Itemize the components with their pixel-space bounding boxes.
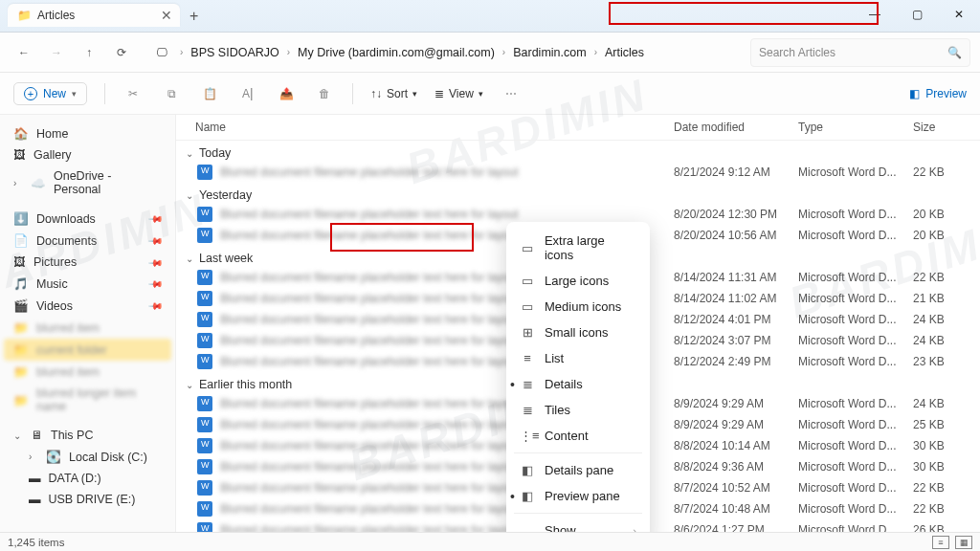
chevron-right-icon: › (29, 452, 38, 462)
thumbnails-view-button[interactable]: ▦ (955, 536, 972, 549)
item-count: 1,245 items (8, 537, 64, 548)
breadcrumb[interactable]: 🖵 › BPS SIDOARJO › My Drive (bardimin.co… (140, 35, 746, 70)
menu-item-list[interactable]: ≡List (506, 345, 650, 371)
view-button[interactable]: ≣ View ▾ (434, 87, 483, 100)
sidebar-item-label: Local Disk (C:) (69, 451, 147, 464)
details-view-button[interactable]: ≡ (932, 536, 949, 549)
close-button[interactable]: ✕ (938, 0, 980, 29)
cut-icon[interactable]: ✂ (122, 87, 144, 100)
group-header[interactable]: ⌄Today (176, 141, 980, 162)
sort-label: Sort (387, 87, 408, 100)
menu-item-preview-pane[interactable]: •◧Preview pane (506, 483, 650, 509)
pin-icon: 📌 (148, 254, 164, 270)
file-row[interactable]: Blurred document filename placeholder te… (176, 162, 980, 183)
sidebar-item-thispc[interactable]: ⌄🖥This PC (4, 425, 171, 446)
word-file-icon (197, 480, 212, 496)
sidebar-item-drive[interactable]: ▬USB DRIVE (E:) (4, 489, 171, 510)
view-label: View (449, 87, 474, 100)
file-size: 24 KB (913, 313, 970, 326)
maximize-button[interactable]: ▢ (896, 0, 938, 29)
menu-item-label: Extra large icons (545, 233, 636, 262)
menu-item-medium-icons[interactable]: ▭Medium icons (506, 294, 650, 320)
status-bar: 1,245 items ≡ ▦ (0, 532, 980, 551)
word-file-icon (197, 291, 212, 306)
group-header[interactable]: ⌄Yesterday (176, 183, 980, 204)
file-size: 20 KB (913, 229, 970, 242)
up-button[interactable]: ↑ (75, 39, 103, 66)
sidebar-item-downloads[interactable]: ⬇️Downloads📌 (4, 208, 171, 230)
sidebar-item-home[interactable]: 🏠Home (4, 122, 171, 144)
layout-icon: ≣ (520, 377, 535, 391)
menu-item-small-icons[interactable]: ⊞Small icons (506, 320, 650, 345)
preview-toggle[interactable]: ◧ Preview (909, 87, 967, 100)
column-size[interactable]: Size (913, 121, 970, 134)
sidebar-item[interactable]: 📁blurred longer item name (4, 383, 171, 417)
sort-button[interactable]: ↑↓ Sort ▾ (370, 87, 417, 100)
sidebar-item[interactable]: 📁blurred item (4, 361, 171, 383)
new-tab-button[interactable]: + (189, 8, 198, 25)
crumb[interactable]: Articles (601, 43, 648, 62)
menu-item-details-pane[interactable]: ◧Details pane (506, 457, 650, 483)
view-icon: ≣ (434, 87, 444, 100)
sidebar-item-gallery[interactable]: 🖼Gallery (4, 144, 171, 165)
sidebar-item-documents[interactable]: 📄Documents📌 (4, 230, 171, 252)
crumb[interactable]: BPS SIDOARJO (187, 43, 282, 62)
word-file-icon (197, 228, 212, 243)
new-button[interactable]: + New ▾ (13, 82, 87, 105)
column-date[interactable]: Date modified (674, 121, 798, 134)
file-type: Microsoft Word D... (798, 502, 913, 516)
sidebar-item-drive[interactable]: ▬DATA (D:) (4, 468, 171, 489)
address-bar: ← → ↑ ⟳ 🖵 › BPS SIDOARJO › My Drive (bar… (0, 33, 980, 73)
pc-icon: 🖥 (31, 429, 43, 442)
sidebar-item[interactable]: 📁blurred item (4, 317, 171, 339)
file-size: 24 KB (913, 397, 970, 410)
menu-item-show[interactable]: Show› (506, 518, 650, 532)
file-type: Microsoft Word D... (798, 481, 913, 495)
crumb[interactable]: Bardimin.com (509, 43, 590, 62)
menu-item-label: Medium icons (545, 299, 621, 314)
file-size: 22 KB (913, 165, 970, 179)
close-tab-icon[interactable]: ✕ (161, 8, 172, 23)
menu-item-tiles[interactable]: ≣Tiles (506, 397, 650, 423)
column-type[interactable]: Type (798, 121, 913, 134)
file-size: 26 KB (913, 523, 970, 532)
menu-item-large-icons[interactable]: ▭Large icons (506, 268, 650, 294)
minimize-button[interactable]: — (854, 0, 896, 29)
word-file-icon (197, 270, 212, 285)
crumb[interactable]: My Drive (bardimin.com@gmail.com) (294, 43, 499, 62)
pin-icon: 📌 (148, 232, 164, 248)
sidebar-item-pictures[interactable]: 🖼Pictures📌 (4, 252, 171, 273)
forward-button[interactable]: → (42, 39, 71, 66)
word-file-icon (197, 207, 212, 222)
pane-icon: ◧ (520, 489, 535, 503)
file-list-pane: Name Date modified Type Size ⌄Today Blur… (176, 115, 980, 532)
file-name: Blurred document filename placeholder te… (220, 165, 674, 179)
paste-icon[interactable]: 📋 (199, 87, 220, 100)
menu-item-details[interactable]: •≣Details (506, 371, 650, 397)
file-type: Microsoft Word D... (798, 165, 913, 179)
refresh-button[interactable]: ⟳ (107, 39, 136, 66)
delete-icon[interactable]: 🗑 (314, 87, 335, 100)
sidebar-item-selected[interactable]: 📁current folder (4, 339, 171, 361)
word-file-icon (197, 438, 212, 453)
monitor-icon: 🖵 (147, 39, 176, 66)
copy-icon[interactable]: ⧉ (161, 87, 182, 100)
share-icon[interactable]: 📤 (276, 87, 297, 100)
back-button[interactable]: ← (10, 39, 38, 66)
menu-item-extra-large-icons[interactable]: ▭Extra large icons (506, 228, 650, 268)
file-date: 8/8/2024 9:36 AM (674, 460, 798, 474)
menu-item-content[interactable]: ⋮≡Content (506, 423, 650, 449)
sidebar-item-videos[interactable]: 🎬Videos📌 (4, 295, 171, 317)
search-input[interactable]: Search Articles 🔍 (750, 38, 970, 67)
sort-icon: ↑↓ (370, 87, 382, 100)
preview-icon: ◧ (909, 87, 920, 100)
sidebar-item-music[interactable]: 🎵Music📌 (4, 273, 171, 295)
sidebar-item-onedrive[interactable]: ›☁️OneDrive - Personal (4, 165, 171, 200)
rename-icon[interactable]: Aǀ (237, 87, 258, 100)
file-date: 8/20/2024 10:56 AM (674, 229, 798, 242)
window-tab[interactable]: 📁 Articles ✕ (8, 4, 180, 27)
chevron-down-icon: ⌄ (186, 148, 193, 159)
more-button[interactable]: ⋯ (501, 87, 522, 100)
sidebar-item-drive[interactable]: ›💽Local Disk (C:) (4, 446, 171, 468)
column-name[interactable]: Name (195, 121, 674, 134)
